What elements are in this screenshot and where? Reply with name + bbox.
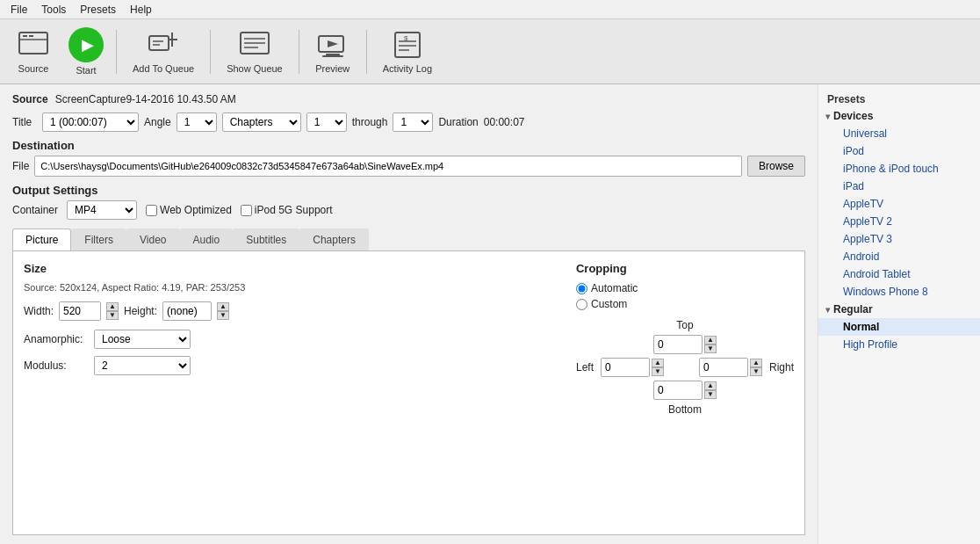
web-optimized-checkbox-label[interactable]: Web Optimized [146,204,232,216]
sidebar-item-windows-phone[interactable]: Windows Phone 8 [818,283,980,301]
activity-log-label: Activity Log [383,63,432,74]
tab-picture[interactable]: Picture [12,228,71,250]
sidebar-item-ipad[interactable]: iPad [818,178,980,195]
modulus-select[interactable]: 2 [94,356,191,375]
crop-custom-radio[interactable] [576,299,587,310]
sidebar-item-ipod[interactable]: iPod [818,142,980,160]
size-section: Size Source: 520x124, Aspect Ratio: 4.19… [24,262,541,524]
angle-select[interactable]: 1 [177,112,217,132]
sidebar-item-android-tablet[interactable]: Android Tablet [818,265,980,283]
duration-label: Duration [438,116,478,128]
crop-left-input[interactable] [601,358,650,377]
menu-bar: File Tools Presets Help [0,0,980,19]
tab-subtitles[interactable]: Subtitles [233,228,299,250]
sidebar-item-appletv2[interactable]: AppleTV 2 [818,213,980,230]
crop-right-spinner[interactable]: ▲ ▼ [750,359,762,376]
crop-bottom-label: Bottom [668,403,702,416]
menu-presets[interactable]: Presets [73,2,123,18]
start-button[interactable]: Start [63,27,109,76]
devices-chevron-icon: ▾ [825,112,830,121]
height-spin-down[interactable]: ▼ [217,311,229,320]
regular-section-header[interactable]: ▾ Regular [818,301,980,318]
height-input[interactable] [162,301,212,321]
crop-left-spin-down[interactable]: ▼ [652,367,664,376]
crop-bottom-spin-down[interactable]: ▼ [704,390,717,399]
crop-top-input[interactable] [653,335,703,354]
tab-audio[interactable]: Audio [180,228,234,250]
crop-radio-group: Automatic Custom [576,282,638,310]
activity-log-button[interactable]: $ Activity Log [374,25,441,77]
crop-right-spin-down[interactable]: ▼ [750,367,762,376]
web-optimized-checkbox[interactable] [146,205,157,216]
preview-label: Preview [315,63,349,74]
width-input[interactable] [59,301,101,321]
width-spinner[interactable]: ▲ ▼ [106,302,119,320]
toolbar-separator-1 [116,30,117,74]
crop-bottom-spin-up[interactable]: ▲ [704,381,717,390]
tab-video[interactable]: Video [126,228,179,250]
ipod-support-checkbox[interactable] [241,205,252,216]
height-spinner[interactable]: ▲ ▼ [217,302,229,320]
crop-lr-row: Left ▲ ▼ [576,358,794,377]
tab-filters[interactable]: Filters [71,228,126,250]
crop-right-spin-up[interactable]: ▲ [750,359,762,367]
toolbar-separator-2 [210,30,211,74]
source-button[interactable]: Source [7,25,60,77]
chapters-type-select[interactable]: Chapters [222,112,301,132]
container-select[interactable]: MP4 [67,200,137,220]
toolbar-separator-4 [366,30,367,74]
devices-section-header[interactable]: ▾ Devices [818,107,980,125]
height-spin-up[interactable]: ▲ [217,302,229,311]
menu-tools[interactable]: Tools [34,2,73,18]
width-spin-up[interactable]: ▲ [106,302,119,311]
sidebar-item-high-profile[interactable]: High Profile [818,336,980,353]
crop-left-spin-up[interactable]: ▲ [652,359,664,367]
chapters-to-select[interactable]: 1 [393,112,433,132]
chapters-from-select[interactable]: 1 [306,112,347,132]
preview-button[interactable]: Preview [306,25,359,77]
crop-bottom-input[interactable] [653,381,703,400]
width-spin-down[interactable]: ▼ [106,311,119,320]
menu-help[interactable]: Help [123,2,159,18]
modulus-row: Modulus: 2 [24,356,541,375]
sidebar-item-normal[interactable]: Normal [818,318,980,336]
sidebar-item-iphone-ipod-touch[interactable]: iPhone & iPod touch [818,160,980,178]
crop-left-spinner[interactable]: ▲ ▼ [652,359,664,376]
crop-custom-label[interactable]: Custom [576,298,638,310]
source-label: Source [18,63,49,74]
ipod-support-checkbox-label[interactable]: iPod 5G Support [241,204,333,216]
show-queue-button[interactable]: Show Queue [218,25,292,77]
crop-automatic-label[interactable]: Automatic [576,282,638,294]
content-area: Source ScreenCapture9-14-2016 10.43.50 A… [0,84,818,544]
crop-bottom-spinner[interactable]: ▲ ▼ [704,381,717,399]
sidebar-item-android[interactable]: Android [818,248,980,265]
toolbar: Source Start Add To Queue Show Queue Pre… [0,19,980,84]
destination-section: Destination File Browse [12,139,805,177]
file-path-input[interactable] [34,156,742,177]
crop-automatic-radio[interactable] [576,283,587,294]
crop-top-label: Top [676,319,693,331]
start-icon[interactable] [68,27,104,62]
crop-top-spin-up[interactable]: ▲ [704,336,717,345]
show-queue-label: Show Queue [227,63,283,74]
menu-file[interactable]: File [4,2,34,18]
tab-chapters[interactable]: Chapters [299,228,369,250]
anamorphic-select[interactable]: Loose [94,330,191,349]
regular-label: Regular [833,303,873,316]
crop-automatic-text: Automatic [591,282,638,294]
sidebar-item-appletv[interactable]: AppleTV [818,195,980,213]
source-value: ScreenCapture9-14-2016 10.43.50 AM [55,93,236,105]
sidebar-item-appletv3[interactable]: AppleTV 3 [818,230,980,248]
title-select[interactable]: 1 (00:00:07) [42,112,139,132]
add-to-queue-button[interactable]: Add To Queue [124,25,203,77]
crop-top-spinner[interactable]: ▲ ▼ [704,336,717,353]
crop-title: Cropping [576,262,627,275]
title-field-label: Title [12,116,37,128]
sidebar-item-universal[interactable]: Universal [818,125,980,142]
browse-button[interactable]: Browse [747,156,805,177]
presets-sidebar: Presets ▾ Devices Universal iPod iPhone … [818,84,980,544]
crop-right-input[interactable] [699,358,748,377]
svg-rect-15 [322,55,343,57]
crop-top-spin-down[interactable]: ▼ [704,345,717,353]
title-row: Title 1 (00:00:07) Angle 1 Chapters 1 th… [12,112,805,132]
